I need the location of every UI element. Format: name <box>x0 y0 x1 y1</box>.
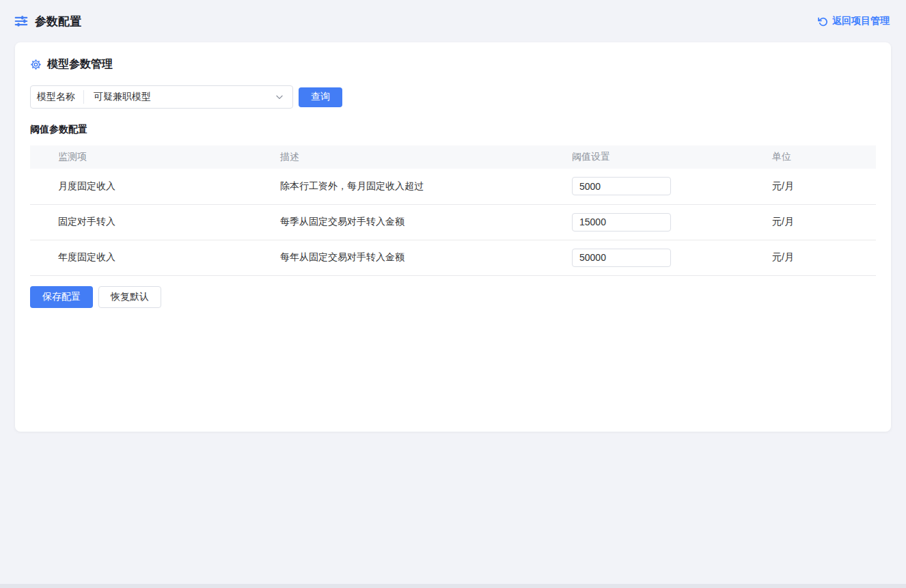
cell-unit: 元/月 <box>772 169 876 204</box>
header-threshold: 阈值设置 <box>572 145 772 169</box>
return-arrow-icon <box>817 16 828 27</box>
header-unit: 单位 <box>772 145 876 169</box>
cell-description: 每季从固定交易对手转入金额 <box>280 204 572 240</box>
threshold-input-monthly-income[interactable] <box>572 177 671 195</box>
table-row: 固定对手转入 每季从固定交易对手转入金额 元/月 <box>30 204 876 240</box>
table-header-row: 监测项 描述 阈值设置 单位 <box>30 145 876 169</box>
cell-description: 除本行工资外，每月固定收入超过 <box>280 169 572 204</box>
threshold-input-fixed-counterparty[interactable] <box>572 213 671 232</box>
table-row: 月度固定收入 除本行工资外，每月固定收入超过 元/月 <box>30 169 876 204</box>
cell-unit: 元/月 <box>772 204 876 240</box>
cell-monitor-item: 固定对手转入 <box>30 204 280 240</box>
section-header: 模型参数管理 <box>30 57 876 72</box>
page-title-group: 参数配置 <box>14 14 81 29</box>
model-query-form: 模型名称 可疑兼职模型 查询 <box>30 85 876 109</box>
model-name-selected-value: 可疑兼职模型 <box>84 91 275 103</box>
model-name-select[interactable]: 模型名称 可疑兼职模型 <box>30 85 293 109</box>
page-title: 参数配置 <box>35 14 81 29</box>
query-button[interactable]: 查询 <box>299 87 342 107</box>
back-link-label: 返回项目管理 <box>832 15 890 27</box>
gear-icon <box>30 59 42 70</box>
threshold-table: 监测项 描述 阈值设置 单位 月度固定收入 除本行工资外，每月固定收入超过 元/… <box>30 145 876 276</box>
header-monitor-item: 监测项 <box>30 145 280 169</box>
table-row: 年度固定收入 每年从固定交易对手转入金额 元/月 <box>30 240 876 275</box>
back-to-project-management-link[interactable]: 返回项目管理 <box>817 15 890 27</box>
page-header: 参数配置 返回项目管理 <box>0 0 906 42</box>
sliders-icon <box>14 14 29 29</box>
header-description: 描述 <box>280 145 572 169</box>
cell-monitor-item: 月度固定收入 <box>30 169 280 204</box>
save-config-button[interactable]: 保存配置 <box>30 286 93 308</box>
cell-monitor-item: 年度固定收入 <box>30 240 280 275</box>
threshold-table-title: 阈值参数配置 <box>30 124 876 136</box>
model-name-label: 模型名称 <box>31 91 83 103</box>
cell-unit: 元/月 <box>772 240 876 275</box>
threshold-input-annual-income[interactable] <box>572 249 671 267</box>
chevron-down-icon <box>275 92 292 102</box>
section-title: 模型参数管理 <box>47 57 113 72</box>
restore-default-button[interactable]: 恢复默认 <box>98 286 161 308</box>
model-parameter-card: 模型参数管理 模型名称 可疑兼职模型 查询 阈值参数配置 监测项 描述 阈值设置… <box>15 42 891 432</box>
cell-description: 每年从固定交易对手转入金额 <box>280 240 572 275</box>
bottom-edge <box>0 584 906 588</box>
action-buttons: 保存配置 恢复默认 <box>30 286 876 308</box>
